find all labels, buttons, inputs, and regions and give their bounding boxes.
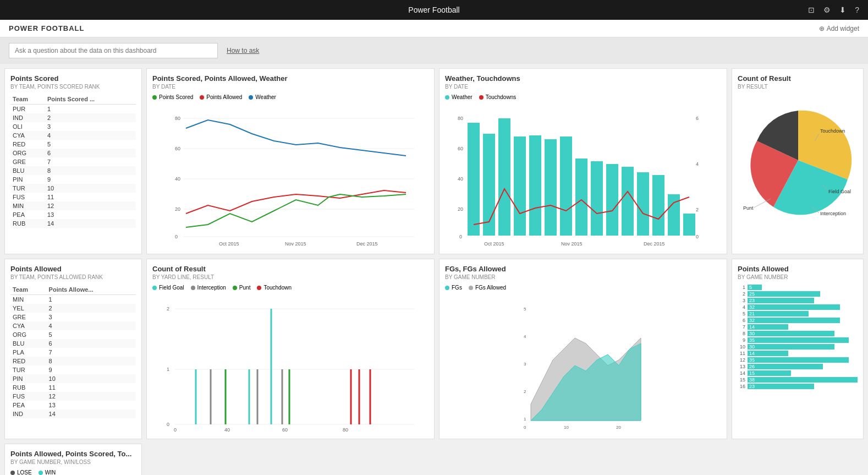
dashboard: Points Scored BY TEAM, POINTS SCORED RAN… <box>0 64 868 475</box>
svg-text:Dec 2015: Dec 2015 <box>356 241 378 247</box>
legend-field-goal-2: Field Goal <box>152 285 184 291</box>
svg-text:40: 40 <box>224 427 230 432</box>
download-icon[interactable]: ⬇ <box>839 6 846 14</box>
search-bar: How to ask <box>0 37 868 64</box>
svg-text:1: 1 <box>524 417 526 422</box>
points-allowed-bar-subtitle: BY GAME NUMBER <box>738 274 858 280</box>
table-row: PEA13 <box>10 401 136 410</box>
widget-weather-subtitle: BY DATE <box>445 84 721 90</box>
svg-text:4: 4 <box>524 334 526 339</box>
app-title: Power Football <box>408 6 459 14</box>
top-bar-icons: ⊡ ⚙ ⬇ ? <box>808 6 859 14</box>
table-row: CYA4 <box>10 131 136 140</box>
fgs-title: FGs, FGs Allowed <box>445 265 721 273</box>
svg-rect-30 <box>591 161 603 236</box>
svg-text:60: 60 <box>458 146 463 151</box>
svg-text:Interception: Interception <box>820 211 846 216</box>
plus-circle-icon: ⊕ <box>819 25 825 32</box>
svg-text:Oct 2015: Oct 2015 <box>484 241 504 247</box>
svg-text:0: 0 <box>175 234 178 239</box>
table-row: MIN12 <box>10 201 136 210</box>
list-item: 1623 <box>738 384 858 389</box>
svg-text:1: 1 <box>167 367 169 372</box>
svg-rect-31 <box>606 164 618 236</box>
list-item: 1235 <box>738 357 858 363</box>
widget-count-result-pie: Count of Result BY RESULT Touchdown Fiel… <box>732 68 864 254</box>
svg-text:0: 0 <box>696 234 699 239</box>
list-item: 15 <box>738 285 858 290</box>
col-points-allowed: Points Allowe... <box>47 285 136 295</box>
fgs-legend: FGs FGs Allowed <box>445 285 721 291</box>
svg-rect-33 <box>637 172 649 236</box>
page-title: POWER FOOTBALL <box>9 24 85 32</box>
svg-rect-23 <box>483 134 495 236</box>
table-row: IND2 <box>10 113 136 122</box>
legend-lose: LOSE <box>10 469 32 475</box>
svg-text:Dec 2015: Dec 2015 <box>644 241 665 247</box>
table-row: IND14 <box>10 410 136 418</box>
points-allowed-title: Points Allowed <box>10 265 136 273</box>
list-item: 521 <box>738 311 858 316</box>
how-to-ask-link[interactable]: How to ask <box>227 47 259 54</box>
weather-touchdowns-legend: Weather Touchdowns <box>445 94 721 100</box>
svg-text:Touchdown: Touchdown <box>820 128 845 134</box>
search-input[interactable] <box>9 43 218 58</box>
points-allowed-subtitle: BY TEAM, POINTS ALLOWED RANK <box>10 274 136 280</box>
svg-rect-36 <box>683 214 695 236</box>
widget-points-scored: Points Scored BY TEAM, POINTS SCORED RAN… <box>4 68 142 254</box>
table-row: FUS11 <box>10 193 136 201</box>
list-item: 935 <box>738 337 858 343</box>
line-chart-1-legend: Points Scored Points Allowed Weather <box>152 94 428 100</box>
table-row: TUR10 <box>10 184 136 193</box>
svg-text:0: 0 <box>459 234 462 239</box>
svg-text:10: 10 <box>564 425 569 430</box>
count-result-yard-svg: 2 1 0 0 40 60 80 <box>152 294 428 432</box>
svg-rect-32 <box>622 167 634 236</box>
svg-text:60: 60 <box>175 146 180 151</box>
list-item: 1326 <box>738 364 858 369</box>
svg-text:6: 6 <box>696 116 699 121</box>
count-result-pie-title: Count of Result <box>738 74 858 83</box>
svg-text:0: 0 <box>174 427 177 432</box>
list-item: 225 <box>738 291 858 297</box>
table-row: RUB14 <box>10 219 136 228</box>
svg-rect-28 <box>560 137 572 236</box>
svg-rect-27 <box>545 139 557 236</box>
help-icon[interactable]: ? <box>855 6 859 14</box>
table-row: RUB11 <box>10 383 136 392</box>
svg-text:2: 2 <box>696 207 699 212</box>
table-row: PEA13 <box>10 210 136 219</box>
fullscreen-icon[interactable]: ⊡ <box>808 6 815 14</box>
svg-text:60: 60 <box>282 427 288 432</box>
table-row: CYA4 <box>10 321 136 330</box>
page-header: POWER FOOTBALL ⊕ Add widget <box>0 20 868 37</box>
svg-text:Punt: Punt <box>743 205 754 211</box>
widget-fgs: FGs, FGs Allowed BY GAME NUMBER FGs FGs … <box>439 259 727 439</box>
table-row: FUS12 <box>10 392 136 401</box>
svg-text:80: 80 <box>343 427 348 432</box>
points-allowed-bar-chart: 1522532343252163271483093510301114123513… <box>738 285 858 389</box>
svg-text:0: 0 <box>524 425 526 430</box>
legend-punt: Punt <box>233 285 251 291</box>
table-row: BLU8 <box>10 166 136 175</box>
svg-text:3: 3 <box>524 362 526 367</box>
table-row: PIN10 <box>10 374 136 383</box>
svg-rect-26 <box>529 135 541 236</box>
settings-icon[interactable]: ⚙ <box>823 6 831 14</box>
widget-weather-touchdowns: Weather, Touchdowns BY DATE Weather Touc… <box>439 68 727 254</box>
table-row: PIN9 <box>10 175 136 184</box>
weather-touchdowns-svg: 80 60 40 20 0 6 4 2 0 <box>445 103 721 247</box>
add-widget-button[interactable]: ⊕ Add widget <box>819 25 859 32</box>
svg-text:Field Goal: Field Goal <box>828 189 851 194</box>
table-row: BLU6 <box>10 339 136 348</box>
count-result-pie-subtitle: BY RESULT <box>738 84 858 90</box>
list-item: 432 <box>738 304 858 310</box>
legend-points-allowed: Points Allowed <box>200 94 242 100</box>
fgs-subtitle: BY GAME NUMBER <box>445 274 721 280</box>
svg-rect-24 <box>498 118 510 236</box>
widget-weather-title: Weather, Touchdowns <box>445 74 721 83</box>
widget-line-chart-1-title: Points Scored, Points Allowed, Weather <box>152 74 428 83</box>
legend-fgs: FGs <box>445 285 462 291</box>
widget-line-chart-1: Points Scored, Points Allowed, Weather B… <box>146 68 435 254</box>
svg-text:0: 0 <box>167 422 169 427</box>
